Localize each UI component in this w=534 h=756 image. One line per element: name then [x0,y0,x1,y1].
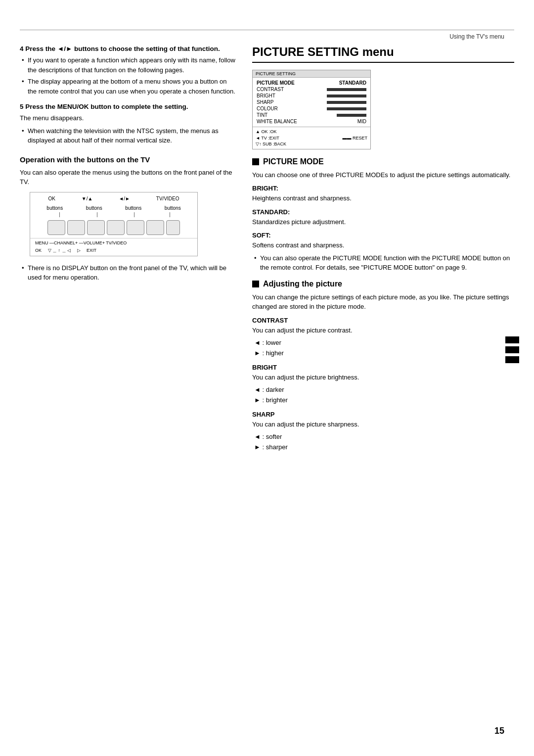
tv-btn-5 [127,220,144,235]
operation-title: Operation with the buttons on the TV [20,155,237,164]
soft-label: SOFT: [252,232,514,239]
adjusting-heading: Adjusting the picture [252,280,514,288]
contrast-lower: ◄ : lower [252,338,514,348]
left-column: 4 Press the ◄/► buttons to choose the se… [20,45,237,453]
menu-row-sharp: SHARP [257,99,366,105]
step4: 4 Press the ◄/► buttons to choose the se… [20,45,237,96]
step5-bullet1: When watching the television with the NT… [20,126,237,145]
header-bar: Using the TV's menu [0,30,534,45]
menu-row-colour: COLOUR [257,105,366,112]
bright-text: Heightens contrast and sharpness. [252,193,514,203]
picture-mode-text: You can choose one of three PICTURE MODE… [252,170,514,180]
standard-label: STANDARD: [252,208,514,216]
menu-value-pm: STANDARD [339,80,366,86]
step4-heading: 4 Press the ◄/► buttons to choose the se… [20,45,237,52]
menu-label-sharp: SHARP [257,99,273,105]
sharp-label: SHARP [252,411,514,418]
label-ok: OK [48,195,55,202]
label-lr: ◄/► [119,195,130,202]
soft-text: Softens contrast and sharpness. [252,240,514,250]
menu-label-contrast: CONTRAST [257,87,284,92]
step4-bullet1: If you want to operate a function which … [20,55,237,75]
label-vola: ▼/▲ [82,195,93,202]
tv-btn-3 [87,220,105,235]
soft-bullet1: You can also operate the PICTURE MODE fu… [252,253,514,273]
operation-bullet1: There is no DISPLAY button on the front … [20,263,237,283]
step5-plain: The menu disappears. [20,113,237,123]
bottom-label-bot: OK ▽ ＿ ↑ ＿ ◁ ▷ EXIT [35,247,96,254]
step4-bullet2: The display appearing at the bottom of a… [20,77,237,96]
sharp-text: You can adjust the picture sharpness. [252,420,514,429]
label-tvvideo: TV/VIDEO [156,195,179,202]
step4-bullets: If you want to operate a function which … [20,55,237,96]
standard-text: Standardizes picture adjustment. [252,217,514,227]
tv-btn-1 [47,220,65,235]
bright-label: BRIGHT: [252,185,514,192]
right-sidebar [505,336,519,363]
sublabel-vola: buttons [86,205,102,211]
tv-diagram-labels: OK ▼/▲ ◄/► TV/VIDEO [30,192,197,203]
sharp-sharper: ► : sharper [252,442,514,453]
footer-left: ▲ OK :OK ◄ TV :EXIT ▽↑ SUB :BACK [256,129,286,147]
adjusting-section: Adjusting the picture You can change the… [252,280,514,453]
menu-row-picture-mode: PICTURE MODE STANDARD [257,80,366,86]
menu-bar-contrast [327,88,366,91]
picture-mode-heading-text: PICTURE MODE [263,157,324,166]
picture-mode-section: PICTURE MODE You can choose one of three… [252,157,514,273]
content-columns: 4 Press the ◄/► buttons to choose the se… [0,45,534,453]
menu-label-bright: BRIGHT [257,93,275,98]
step5-heading: 5 Press the MENU/OK button to complete t… [20,103,237,110]
page: Using the TV's menu 4 Press the ◄/► butt… [0,0,534,756]
step5: 5 Press the MENU/OK button to complete t… [20,103,237,145]
footer-back: ▽↑ SUB :BACK [256,141,286,147]
menu-bar-colour [327,107,366,110]
menu-label-pm: PICTURE MODE [257,80,295,86]
bottom-label-top: MENU —CHANNEL+ —VOLUME+ TV/VIDEO [35,240,127,245]
connector-lines [30,212,197,217]
menu-bar-bright [327,94,366,97]
tv-buttons-row [30,218,197,238]
menu-row-bright: BRIGHT [257,93,366,99]
tv-btn-4 [107,220,125,235]
picture-mode-heading: PICTURE MODE [252,157,514,166]
sidebar-bar-3 [505,356,519,363]
black-square-adj [252,281,259,287]
sidebar-bar-1 [505,336,519,343]
operation-text: You can also operate the menus using the… [20,168,237,187]
tv-diagram: OK ▼/▲ ◄/► TV/VIDEO buttons buttons butt… [30,192,198,256]
tv-btn-7 [166,220,180,235]
tv-diagram-bottom-top: MENU —CHANNEL+ —VOLUME+ TV/VIDEO [30,238,197,247]
menu-box-footer: ▲ OK :OK ◄ TV :EXIT ▽↑ SUB :BACK ▬▬ RESE… [253,127,370,149]
sublabel-ok: buttons [46,205,63,211]
right-column: PICTURE SETTING menu PICTURE SETTING PIC… [252,45,514,453]
menu-row-tint: TINT [257,112,366,118]
sidebar-bar-2 [505,346,519,353]
menu-label-wb: WHITE BALANCE [257,119,297,124]
operation-section: Operation with the buttons on the TV You… [20,155,237,283]
step5-bullets: When watching the television with the NT… [20,126,237,145]
menu-label-colour: COLOUR [257,106,278,111]
footer-ok: ▲ OK :OK [256,129,286,135]
soft-bullets: You can also operate the PICTURE MODE fu… [252,253,514,273]
tv-btn-6 [146,220,164,235]
contrast-text: You can adjust the picture contrast. [252,326,514,335]
contrast-label: CONTRAST [252,317,514,324]
menu-box-title: PICTURE SETTING [253,70,370,78]
picture-setting-title: PICTURE SETTING menu [252,45,514,63]
sublabel-lr: buttons [125,205,141,211]
menu-box: PICTURE SETTING PICTURE MODE STANDARD CO… [252,70,371,149]
operation-bullets: There is no DISPLAY button on the front … [20,263,237,283]
footer-reset: ▬▬ RESET [342,136,367,141]
black-square-pm [252,158,259,165]
footer-exit: ◄ TV :EXIT [256,135,286,142]
menu-value-wb: MID [357,119,366,124]
bright-adj-label: BRIGHT [252,364,514,371]
menu-box-title-text: PICTURE SETTING [256,71,296,76]
menu-bar-sharp [327,101,366,104]
bright-brighter: ► : brighter [252,395,514,406]
adjusting-heading-text: Adjusting the picture [263,280,342,288]
menu-label-tint: TINT [257,112,267,118]
tv-diagram-bottom-bot: OK ▽ ＿ ↑ ＿ ◁ ▷ EXIT [30,247,197,256]
tv-btn-2 [67,220,85,235]
section-title: Using the TV's menu [449,33,504,40]
